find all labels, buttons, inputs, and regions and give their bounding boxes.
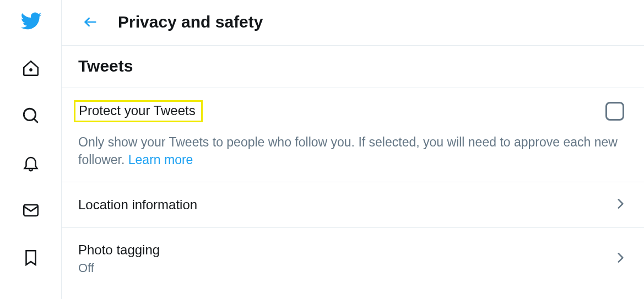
photo-tagging-title: Photo tagging [78,242,160,258]
learn-more-link[interactable]: Learn more [128,153,193,167]
back-button[interactable] [78,10,102,34]
main-content: Privacy and safety Tweets Protect your T… [62,0,644,299]
app-root: Privacy and safety Tweets Protect your T… [0,0,644,299]
chevron-right-icon [613,251,627,267]
svg-line-2 [34,119,37,123]
protect-tweets-setting: Protect your Tweets Only show your Tweet… [62,88,644,182]
arrow-left-icon [83,14,98,30]
location-information-row[interactable]: Location information [62,182,644,228]
chevron-right-icon [613,197,627,213]
page-title: Privacy and safety [118,13,263,31]
photo-tagging-value: Off [78,261,160,275]
photo-tagging-text: Photo tagging Off [78,242,160,275]
home-icon[interactable] [20,57,42,79]
twitter-logo-icon[interactable] [20,10,42,32]
location-title: Location information [78,197,197,213]
bookmarks-icon[interactable] [20,247,42,269]
section-title: Tweets [78,57,627,75]
protect-tweets-description: Only show your Tweets to people who foll… [78,133,624,168]
location-text: Location information [78,197,197,213]
messages-icon[interactable] [20,199,42,221]
photo-tagging-row[interactable]: Photo tagging Off [62,228,644,290]
page-header: Privacy and safety [62,0,644,46]
svg-point-0 [29,68,33,72]
protect-tweets-label: Protect your Tweets [74,100,203,122]
protect-tweets-checkbox[interactable] [605,102,624,121]
section-header: Tweets [62,46,644,88]
protect-tweets-row: Protect your Tweets [78,100,627,122]
svg-point-1 [24,108,35,120]
notifications-icon[interactable] [20,152,42,174]
sidebar [0,0,62,299]
search-icon[interactable] [20,105,42,127]
